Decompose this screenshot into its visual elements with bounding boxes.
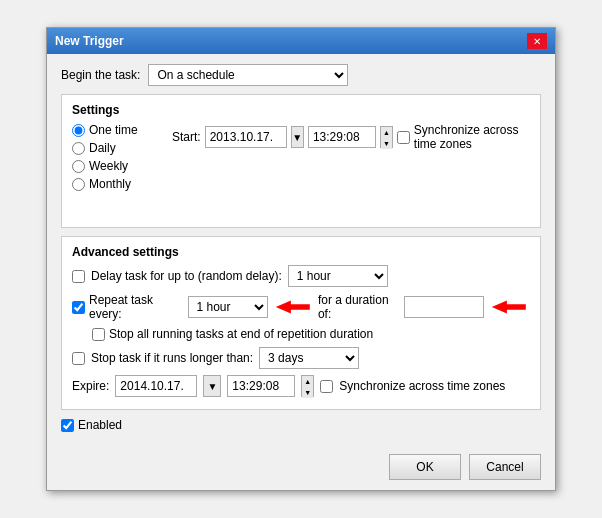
radio-group: One time Daily Weekly Monthly <box>72 123 162 219</box>
expire-label: Expire: <box>72 379 109 393</box>
time-up-button[interactable]: ▲ <box>381 127 392 138</box>
radio-weekly-label: Weekly <box>89 159 128 173</box>
dialog-body: Begin the task: On a schedule Settings O… <box>47 54 555 448</box>
sync-time-zones-checkbox[interactable] <box>397 131 410 144</box>
radio-onetime-label: One time <box>89 123 138 137</box>
advanced-title: Advanced settings <box>72 245 530 259</box>
expire-sync-checkbox[interactable] <box>320 380 333 393</box>
enabled-row: Enabled <box>61 418 541 432</box>
start-date-picker-button[interactable]: ▼ <box>291 126 304 148</box>
stop-all-checkbox[interactable] <box>92 328 105 341</box>
stop-all-label: Stop all running tasks at end of repetit… <box>109 327 373 341</box>
settings-title: Settings <box>72 103 530 117</box>
repeat-task-checkbox[interactable] <box>72 301 85 314</box>
red-arrow-left <box>272 296 314 318</box>
expire-time-down-button[interactable]: ▼ <box>302 387 313 398</box>
stop-longer-row: Stop task if it runs longer than: 3 days <box>72 347 530 369</box>
begin-task-select[interactable]: On a schedule <box>148 64 348 86</box>
radio-monthly: Monthly <box>72 177 162 191</box>
expire-time-input[interactable] <box>227 375 295 397</box>
stop-longer-checkbox[interactable] <box>72 352 85 365</box>
radio-daily: Daily <box>72 141 162 155</box>
stop-longer-select[interactable]: 3 days <box>259 347 359 369</box>
delay-task-checkbox[interactable] <box>72 270 85 283</box>
radio-daily-label: Daily <box>89 141 116 155</box>
advanced-settings-box: Advanced settings Delay task for up to (… <box>61 236 541 410</box>
cancel-button[interactable]: Cancel <box>469 454 541 480</box>
settings-inner: One time Daily Weekly Monthly <box>72 123 530 219</box>
start-row: Start: 2013.10.17. ▼ ▲ ▼ Synchronize acr… <box>172 123 530 151</box>
begin-task-label: Begin the task: <box>61 68 140 82</box>
expire-row: Expire: ▼ ▲ ▼ Synchronize across time zo… <box>72 375 530 397</box>
radio-onetime: One time <box>72 123 162 137</box>
stop-all-row: Stop all running tasks at end of repetit… <box>92 327 530 341</box>
title-bar: New Trigger ✕ <box>47 28 555 54</box>
repeat-task-select[interactable]: 1 hour <box>188 296 269 318</box>
footer: OK Cancel <box>47 448 555 490</box>
indefinitely-input[interactable] <box>404 296 484 318</box>
settings-box: Settings One time Daily Weekly <box>61 94 541 228</box>
delay-task-select[interactable]: 1 hour <box>288 265 388 287</box>
start-time-spinner[interactable]: ▲ ▼ <box>380 126 393 148</box>
for-duration-label: for a duration of: <box>318 293 401 321</box>
enabled-label: Enabled <box>78 418 122 432</box>
start-date-input[interactable]: 2013.10.17. <box>205 126 287 148</box>
sync-label: Synchronize across time zones <box>414 123 530 151</box>
radio-weekly: Weekly <box>72 159 162 173</box>
dialog-title: New Trigger <box>55 34 124 48</box>
ok-button[interactable]: OK <box>389 454 461 480</box>
expire-sync-label: Synchronize across time zones <box>339 379 505 393</box>
close-button[interactable]: ✕ <box>527 33 547 49</box>
svg-marker-1 <box>492 300 526 313</box>
red-arrow-left-2 <box>488 296 530 318</box>
expire-time-up-button[interactable]: ▲ <box>302 376 313 387</box>
radio-monthly-label: Monthly <box>89 177 131 191</box>
stop-longer-label: Stop task if it runs longer than: <box>91 351 253 365</box>
start-section: Start: 2013.10.17. ▼ ▲ ▼ Synchronize acr… <box>172 123 530 219</box>
time-down-button[interactable]: ▼ <box>381 138 392 149</box>
repeat-task-row: Repeat task every: 1 hour for a duration… <box>72 293 530 321</box>
svg-marker-0 <box>276 300 310 313</box>
repeat-task-label: Repeat task every: <box>89 293 184 321</box>
expire-date-picker-button[interactable]: ▼ <box>203 375 221 397</box>
expire-date-input[interactable] <box>115 375 197 397</box>
begin-task-row: Begin the task: On a schedule <box>61 64 541 86</box>
delay-task-row: Delay task for up to (random delay): 1 h… <box>72 265 530 287</box>
new-trigger-dialog: New Trigger ✕ Begin the task: On a sched… <box>46 27 556 491</box>
start-label: Start: <box>172 130 201 144</box>
expire-time-spinner[interactable]: ▲ ▼ <box>301 375 314 397</box>
enabled-checkbox[interactable] <box>61 419 74 432</box>
start-time-input[interactable] <box>308 126 376 148</box>
delay-task-label: Delay task for up to (random delay): <box>91 269 282 283</box>
schedule-content-area <box>172 159 530 219</box>
